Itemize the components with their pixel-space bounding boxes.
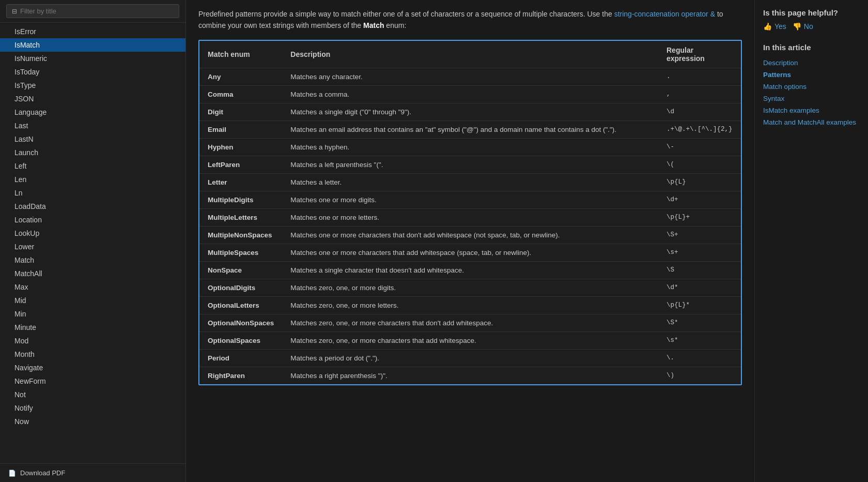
toc-link[interactable]: IsMatch examples bbox=[763, 107, 819, 114]
table-row: Letter Matches a letter. \p{L} bbox=[199, 173, 741, 191]
toc-link[interactable]: Description bbox=[763, 59, 798, 67]
toc-item-ismatch-examples[interactable]: IsMatch examples bbox=[763, 104, 860, 116]
enum-cell: MultipleLetters bbox=[199, 208, 282, 226]
desc-cell: Matches a hyphen. bbox=[282, 138, 658, 156]
desc-cell: Matches one or more characters that don'… bbox=[282, 226, 658, 244]
sidebar-item-matchall[interactable]: MatchAll bbox=[0, 267, 185, 280]
sidebar-item-mid[interactable]: Mid bbox=[0, 294, 185, 307]
filter-input-wrapper[interactable]: ⊟ bbox=[6, 4, 179, 18]
desc-cell: Matches one or more characters that add … bbox=[282, 244, 658, 261]
desc-cell: Matches one or more letters. bbox=[282, 208, 658, 226]
enum-cell: LeftParen bbox=[199, 156, 282, 173]
table-row: OptionalNonSpaces Matches zero, one, or … bbox=[199, 314, 741, 332]
intro-paragraph: Predefined patterns provide a simple way… bbox=[198, 0, 742, 40]
download-pdf-button[interactable]: 📄 Download PDF bbox=[0, 463, 185, 482]
sidebar-item-navigate[interactable]: Navigate bbox=[0, 361, 185, 374]
sidebar-item-max[interactable]: Max bbox=[0, 280, 185, 294]
regex-cell: \p{L}+ bbox=[658, 208, 741, 226]
yes-button[interactable]: 👍 Yes bbox=[763, 22, 786, 31]
table-row: OptionalDigits Matches zero, one, or mor… bbox=[199, 279, 741, 296]
pdf-icon: 📄 bbox=[8, 470, 16, 477]
table-row: Email Matches an email address that cont… bbox=[199, 120, 741, 138]
download-pdf-label: Download PDF bbox=[20, 469, 65, 477]
left-sidebar: ⊟ IsErrorIsMatchIsNumericIsTodayIsTypeJS… bbox=[0, 0, 186, 482]
col-header-desc: Description bbox=[282, 41, 658, 68]
sidebar-item-istoday[interactable]: IsToday bbox=[0, 65, 185, 79]
regex-cell: \d+ bbox=[658, 191, 741, 208]
regex-cell: \d bbox=[658, 103, 741, 120]
sidebar-item-minute[interactable]: Minute bbox=[0, 321, 185, 334]
sidebar-item-len[interactable]: Len bbox=[0, 173, 185, 186]
desc-cell: Matches a right parenthesis ")". bbox=[282, 367, 658, 384]
sidebar-item-launch[interactable]: Launch bbox=[0, 146, 185, 159]
enum-cell: Hyphen bbox=[199, 138, 282, 156]
regex-cell: \- bbox=[658, 138, 741, 156]
toc-item-description[interactable]: Description bbox=[763, 57, 860, 69]
regex-cell: \S* bbox=[658, 314, 741, 332]
toc-item-match-options[interactable]: Match options bbox=[763, 81, 860, 93]
enum-cell: OptionalLetters bbox=[199, 296, 282, 314]
enum-cell: OptionalSpaces bbox=[199, 332, 282, 349]
sidebar-item-lastn[interactable]: LastN bbox=[0, 132, 185, 146]
table-row: OptionalLetters Matches zero, one, or mo… bbox=[199, 296, 741, 314]
col-header-regex: Regular expression bbox=[658, 41, 741, 68]
desc-cell: Matches zero, one, or more characters th… bbox=[282, 332, 658, 349]
table-row: MultipleNonSpaces Matches one or more ch… bbox=[199, 226, 741, 244]
toc-link[interactable]: Patterns bbox=[763, 71, 791, 79]
sidebar-item-last[interactable]: Last bbox=[0, 119, 185, 132]
sidebar-item-ln[interactable]: Ln bbox=[0, 186, 185, 200]
main-content: Predefined patterns provide a simple way… bbox=[186, 0, 754, 482]
string-concat-link[interactable]: string-concatenation operator bbox=[614, 10, 708, 18]
toc-link[interactable]: Match and MatchAll examples bbox=[763, 118, 856, 126]
desc-cell: Matches a single character that doesn't … bbox=[282, 261, 658, 279]
search-input[interactable] bbox=[20, 7, 174, 15]
sidebar-item-language[interactable]: Language bbox=[0, 106, 185, 119]
sidebar-item-isnumeric[interactable]: IsNumeric bbox=[0, 52, 185, 65]
desc-cell: Matches a letter. bbox=[282, 173, 658, 191]
regex-cell: \( bbox=[658, 156, 741, 173]
sidebar-item-notify[interactable]: Notify bbox=[0, 401, 185, 415]
col-header-enum: Match enum bbox=[199, 41, 282, 68]
sidebar-item-iserror[interactable]: IsError bbox=[0, 25, 185, 38]
regex-cell: \S+ bbox=[658, 226, 741, 244]
toc-link[interactable]: Match options bbox=[763, 83, 807, 91]
enum-cell: Any bbox=[199, 68, 282, 85]
table-row: MultipleLetters Matches one or more lett… bbox=[199, 208, 741, 226]
sidebar-item-match[interactable]: Match bbox=[0, 253, 185, 267]
filter-icon: ⊟ bbox=[12, 8, 17, 15]
table-row: NonSpace Matches a single character that… bbox=[199, 261, 741, 279]
sidebar-item-newform[interactable]: NewForm bbox=[0, 374, 185, 388]
enum-cell: Comma bbox=[199, 85, 282, 103]
toc-link[interactable]: Syntax bbox=[763, 95, 784, 102]
sidebar-item-istype[interactable]: IsType bbox=[0, 79, 185, 92]
sidebar-item-now[interactable]: Now bbox=[0, 415, 185, 428]
no-button[interactable]: 👎 No bbox=[793, 22, 813, 31]
toc-item-match-and-matchall-examples[interactable]: Match and MatchAll examples bbox=[763, 116, 860, 128]
sidebar-item-min[interactable]: Min bbox=[0, 307, 185, 321]
enum-cell: MultipleNonSpaces bbox=[199, 226, 282, 244]
desc-cell: Matches a period or dot ("."). bbox=[282, 349, 658, 367]
enum-cell: RightParen bbox=[199, 367, 282, 384]
toc-title: In this article bbox=[763, 43, 860, 52]
regex-cell: .+\@.+\.[^\.]{2,} bbox=[658, 120, 741, 138]
sidebar-item-left[interactable]: Left bbox=[0, 159, 185, 173]
enum-cell: Email bbox=[199, 120, 282, 138]
sidebar-item-json[interactable]: JSON bbox=[0, 92, 185, 106]
sidebar-item-month[interactable]: Month bbox=[0, 348, 185, 361]
sidebar-item-mod[interactable]: Mod bbox=[0, 334, 185, 348]
sidebar-item-not[interactable]: Not bbox=[0, 388, 185, 401]
sidebar-item-ismatch[interactable]: IsMatch bbox=[0, 38, 185, 52]
regex-cell: . bbox=[658, 68, 741, 85]
toc-item-syntax[interactable]: Syntax bbox=[763, 93, 860, 104]
table-row: Any Matches any character. . bbox=[199, 68, 741, 85]
desc-cell: Matches zero, one, or more characters th… bbox=[282, 314, 658, 332]
yes-label: Yes bbox=[774, 22, 786, 31]
toc-item-patterns[interactable]: Patterns bbox=[763, 69, 860, 81]
sidebar-item-lookup[interactable]: LookUp bbox=[0, 227, 185, 240]
table-row: Comma Matches a comma. , bbox=[199, 85, 741, 103]
sidebar-item-location[interactable]: Location bbox=[0, 213, 185, 227]
helpful-title: Is this page helpful? bbox=[763, 8, 860, 17]
enum-cell: Letter bbox=[199, 173, 282, 191]
sidebar-item-lower[interactable]: Lower bbox=[0, 240, 185, 253]
sidebar-item-loaddata[interactable]: LoadData bbox=[0, 200, 185, 213]
